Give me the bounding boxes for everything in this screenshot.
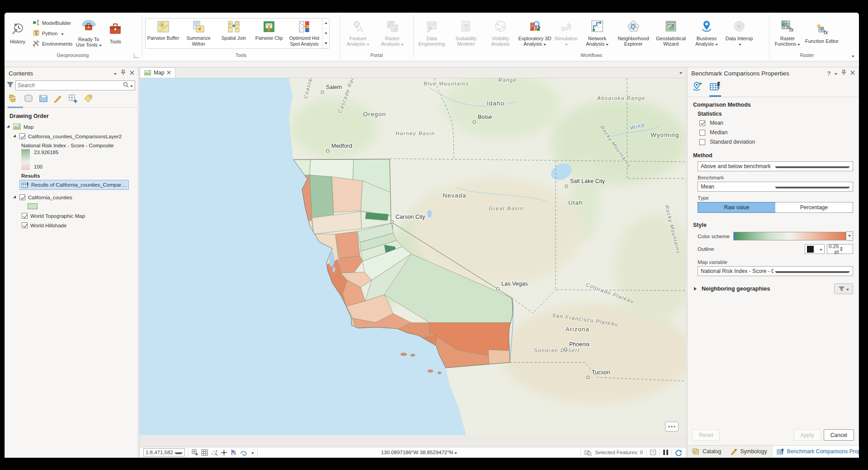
chevron-down-icon[interactable]: [679, 69, 682, 75]
collapse-arrow-icon[interactable]: [7, 125, 12, 130]
spinner-down-icon[interactable]: [840, 249, 843, 253]
close-icon[interactable]: [850, 70, 855, 76]
pause-drawing-button[interactable]: [663, 450, 668, 455]
tab-symbology[interactable]: Symbology: [726, 446, 771, 457]
close-icon[interactable]: [167, 70, 171, 75]
dialog-launcher-icon[interactable]: [134, 53, 138, 58]
checkbox-median[interactable]: Median: [699, 129, 853, 136]
counties-symbol-swatch[interactable]: [28, 203, 38, 209]
environments-button[interactable]: Environments: [33, 40, 72, 48]
collapse-arrow-icon[interactable]: [13, 195, 19, 201]
pairwise-buffer-button[interactable]: Pairwise Buffer: [146, 19, 181, 48]
network-analysis-button[interactable]: Network Analysis: [580, 19, 614, 48]
visibility-analysis-button[interactable]: Visibility Analysis: [483, 19, 518, 48]
checkbox-mean[interactable]: Mean: [699, 120, 853, 126]
spinner-up-icon[interactable]: [840, 245, 843, 249]
type-raw-value-button[interactable]: Raw value: [698, 202, 776, 213]
tree-item-map[interactable]: Map: [5, 122, 138, 132]
coordinate-display[interactable]: 130.0897186°W 38.8529472°N: [381, 450, 457, 455]
raster-functions-button[interactable]: fx Raster Functions: [770, 19, 805, 48]
gallery-up-button[interactable]: [322, 19, 329, 28]
chevron-down-icon[interactable]: [114, 70, 117, 76]
tree-item-world-hillshade[interactable]: World Hillshade: [5, 221, 138, 230]
chevron-down-icon[interactable]: [835, 70, 837, 76]
ribbon-collapse-button[interactable]: [852, 52, 854, 59]
suitability-modeler-button[interactable]: Suitability Modeler: [449, 19, 483, 48]
refresh-icon[interactable]: [675, 449, 682, 456]
modelbuilder-button[interactable]: ModelBuilder: [33, 19, 72, 27]
outline-color-dropdown[interactable]: [805, 244, 825, 254]
gallery-expand-button[interactable]: [322, 38, 329, 48]
cancel-button[interactable]: Cancel: [824, 429, 854, 441]
list-by-drawing-order-button[interactable]: [9, 94, 19, 106]
tab-benchmark-properties[interactable]: Benchmark Comparisons Proper...: [772, 446, 859, 457]
method-select[interactable]: Above and below benchmark: [698, 161, 853, 171]
map-canvas[interactable]: Coastal Ra Cascade Range Blue Mountains …: [140, 78, 686, 447]
list-by-visibility-button[interactable]: [38, 94, 48, 106]
reset-button[interactable]: Reset: [692, 429, 720, 441]
spatial-join-button[interactable]: Spatial Join: [216, 19, 251, 48]
list-by-data-source-button[interactable]: [24, 94, 33, 106]
tab-add-locations[interactable]: [692, 81, 703, 97]
list-by-snapping-button[interactable]: [68, 94, 78, 106]
business-analysis-button[interactable]: Business Analysis: [689, 19, 724, 48]
type-percentage-button[interactable]: Percentage: [775, 202, 853, 212]
optimized-hot-spot-button[interactable]: Optimized Hot Spot Analysis: [287, 19, 322, 48]
filter-icon[interactable]: [7, 81, 14, 89]
tab-comparison-properties[interactable]: [709, 81, 721, 97]
benchmark-select[interactable]: Mean: [698, 182, 853, 192]
layer-visibility-checkbox[interactable]: [22, 213, 28, 219]
chevron-down-icon[interactable]: [130, 85, 133, 89]
data-engineering-button[interactable]: Data Engineering: [415, 19, 449, 48]
map-variable-select[interactable]: National Risk Index - Score - Composite: [698, 266, 853, 276]
geostatistical-wizard-button[interactable]: Geostatistical Wizard: [652, 19, 689, 48]
tree-item-world-topographic[interactable]: World Topographic Map: [5, 211, 138, 221]
outline-width-spinner[interactable]: 0.25 pt: [827, 244, 853, 254]
tree-item-comparisons-layer[interactable]: California_counties_ComparisonsLayer2: [5, 132, 138, 141]
chevron-down-icon[interactable]: [251, 452, 254, 456]
selection-box-icon[interactable]: [650, 449, 656, 456]
layer-visibility-checkbox[interactable]: [19, 133, 25, 139]
add-grid-icon[interactable]: [192, 449, 198, 456]
snap-selection-icon[interactable]: [211, 449, 218, 456]
neighboring-filter-button[interactable]: [834, 283, 853, 294]
results-item[interactable]: Results of California_counties_Comparis.…: [19, 180, 129, 190]
tab-catalog[interactable]: Catalog: [688, 446, 726, 457]
map-tab[interactable]: Map: [140, 67, 175, 78]
help-icon[interactable]: ?: [827, 70, 830, 77]
python-button[interactable]: Python: [33, 29, 72, 38]
close-icon[interactable]: [130, 70, 134, 76]
list-by-editing-button[interactable]: [53, 94, 63, 106]
search-input[interactable]: [18, 82, 123, 89]
tools-button[interactable]: Tools: [103, 21, 127, 46]
data-interop-button[interactable]: Data Interop: [724, 19, 755, 48]
feature-analysis-button[interactable]: Feature Analysis: [341, 19, 375, 48]
apply-button[interactable]: Apply: [794, 429, 821, 441]
summarize-within-button[interactable]: Summarize Within: [181, 19, 216, 48]
raster-analysis-button[interactable]: Raster Analysis: [375, 19, 410, 48]
ready-to-use-tools-button[interactable]: Ready ToUse Tools: [74, 18, 103, 49]
pin-icon[interactable]: [841, 70, 846, 77]
color-scheme-dropdown[interactable]: [733, 232, 846, 240]
checkbox-standard-deviation[interactable]: Standard deviation: [699, 139, 853, 145]
scale-dropdown[interactable]: 1:8,471,582: [143, 448, 185, 456]
function-editor-button[interactable]: fx Function Editor: [805, 21, 839, 45]
simulation-button[interactable]: Simulation: [552, 19, 580, 48]
crosshair-icon[interactable]: [221, 449, 227, 456]
pairwise-clip-button[interactable]: Pairwise Clip: [251, 19, 287, 48]
neighboring-geographies-expander[interactable]: Neighboring geographies: [694, 283, 853, 294]
color-scheme-arrow[interactable]: [846, 231, 853, 241]
exploratory-3d-button[interactable]: Exploratory 3D Analysis: [518, 19, 552, 48]
tree-item-california-counties[interactable]: California_counties: [5, 193, 138, 202]
pin-icon[interactable]: [121, 70, 126, 77]
history-button[interactable]: History: [5, 21, 31, 46]
grid-icon[interactable]: [201, 449, 208, 456]
layer-visibility-checkbox[interactable]: [19, 194, 25, 200]
neighborhood-explorer-button[interactable]: Neighborhood Explorer: [614, 19, 652, 48]
notification-icon[interactable]: [665, 422, 679, 432]
layer-visibility-checkbox[interactable]: [22, 222, 28, 228]
north-flip-icon[interactable]: [230, 449, 237, 456]
rotate-icon[interactable]: [240, 449, 247, 456]
search-icon[interactable]: [123, 82, 129, 89]
collapse-arrow-icon[interactable]: [13, 134, 19, 140]
